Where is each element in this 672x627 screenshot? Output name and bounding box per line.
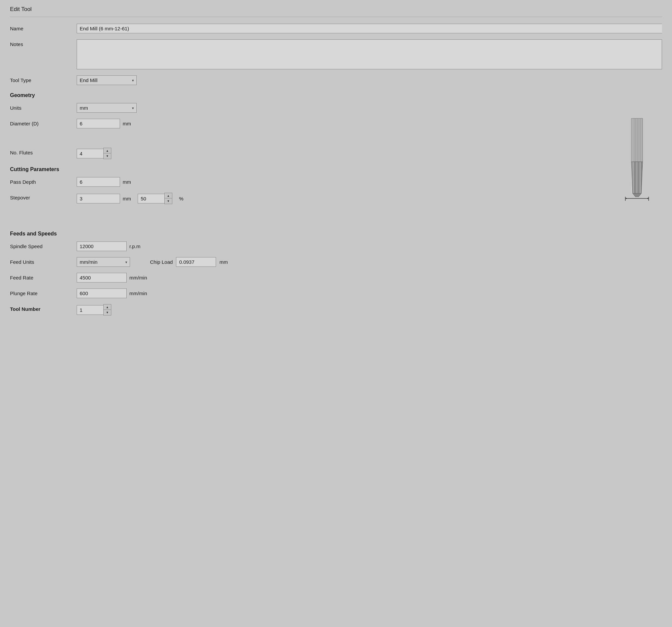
no-flutes-increment-button[interactable]: ▲ [104,148,111,154]
diameter-label: Diameter (D) [10,119,77,126]
tool-preview-container [622,117,652,205]
stepover-mm-unit-label: mm [123,196,131,202]
chip-load-unit-label: mm [219,259,228,265]
tool-number-spinner: ▲ ▼ [77,304,111,316]
spindle-speed-unit-label: r.p.m [129,243,140,249]
tool-preview-svg [622,117,652,204]
tool-number-decrement-button[interactable]: ▼ [104,310,111,315]
name-input[interactable] [77,24,662,33]
svg-marker-12 [633,193,641,197]
page-container: Edit Tool Name Notes Tool Type End Mill … [0,0,672,627]
tool-number-increment-button[interactable]: ▲ [104,304,111,310]
plunge-rate-label: Plunge Rate [10,288,77,296]
feed-rate-unit-label: mm/min [129,275,147,280]
stepover-percent-input[interactable] [138,194,164,204]
units-row: Units mm inch ▾ [10,103,662,113]
svg-rect-8 [631,118,643,162]
form-section: Name Notes Tool Type End Mill Ball Nose … [10,24,662,316]
chip-load-group: Chip Load mm [150,257,228,267]
units-select[interactable]: mm inch [77,103,137,113]
notes-row: Notes [10,39,662,69]
notes-label: Notes [10,39,77,47]
notes-input[interactable] [77,39,662,69]
geometry-section-header: Geometry [10,92,662,98]
spindle-speed-input[interactable] [77,241,127,251]
spindle-speed-label: Spindle Speed [10,241,77,249]
feed-units-label: Feed Units [10,257,77,265]
plunge-rate-input[interactable] [77,288,127,298]
plunge-rate-input-group: mm/min [77,288,147,298]
tool-type-row: Tool Type End Mill Ball Nose V-Bit Engra… [10,75,662,85]
cutting-params-header: Cutting Parameters [10,166,662,172]
plunge-rate-unit-label: mm/min [129,291,147,296]
feed-rate-row: Feed Rate mm/min [10,273,662,282]
stepover-mm-input[interactable] [77,194,120,204]
diameter-unit-label: mm [123,121,131,126]
spindle-speed-row: Spindle Speed r.p.m [10,241,662,251]
feed-rate-label: Feed Rate [10,273,77,280]
tool-number-spinner-buttons: ▲ ▼ [103,304,111,316]
stepover-label: Stepover [10,193,77,201]
feed-units-row: Feed Units mm/min inch/min ▾ Chip Load m… [10,257,662,267]
diameter-input[interactable] [77,119,120,129]
plunge-rate-row: Plunge Rate mm/min [10,288,662,298]
stepover-input-group: mm ▲ ▼ % [77,193,183,204]
feed-rate-input[interactable] [77,273,127,282]
stepover-percent-decrement-button[interactable]: ▼ [165,199,172,204]
units-select-wrapper: mm inch ▾ [77,103,137,113]
stepover-row: Stepover mm ▲ ▼ % [10,193,662,204]
svg-rect-9 [631,118,633,162]
no-flutes-row: No. Flutes ▲ ▼ [10,148,662,159]
name-row: Name [10,24,662,33]
no-flutes-decrement-button[interactable]: ▼ [104,154,111,159]
stepover-mm-group: mm [77,194,131,204]
diameter-input-group: mm [77,119,131,129]
tool-number-row: Tool Number ▲ ▼ [10,304,662,316]
page-title: Edit Tool [10,6,662,17]
no-flutes-input[interactable] [77,149,103,158]
tool-number-label: Tool Number [10,304,77,312]
diameter-row: Diameter (D) mm [10,119,662,129]
tool-type-select-wrapper: End Mill Ball Nose V-Bit Engraving ▾ [77,75,137,85]
chip-load-input[interactable] [176,257,216,267]
stepover-percent-unit-label: % [179,196,183,202]
pass-depth-input-group: mm [77,177,131,187]
pass-depth-unit-label: mm [123,179,131,185]
pass-depth-label: Pass Depth [10,177,77,185]
feed-rate-input-group: mm/min [77,273,147,282]
no-flutes-spinner: ▲ ▼ [77,148,111,159]
feeds-speeds-header: Feeds and Speeds [10,231,662,237]
chip-load-label: Chip Load [150,259,173,265]
feed-units-select[interactable]: mm/min inch/min [77,257,130,267]
name-label: Name [10,24,77,31]
no-flutes-spinner-buttons: ▲ ▼ [103,148,111,159]
stepover-percent-increment-button[interactable]: ▲ [165,193,172,199]
pass-depth-row: Pass Depth mm [10,177,662,187]
tool-type-label: Tool Type [10,75,77,83]
no-flutes-label: No. Flutes [10,148,77,156]
stepover-percent-spinner-buttons: ▲ ▼ [164,193,172,204]
units-label: Units [10,103,77,111]
stepover-percent-spinner: ▲ ▼ [138,193,172,204]
svg-marker-10 [631,162,643,193]
spindle-speed-input-group: r.p.m [77,241,140,251]
feed-units-select-wrapper: mm/min inch/min ▾ [77,257,130,267]
tool-number-input[interactable] [77,305,103,315]
pass-depth-input[interactable] [77,177,120,187]
tool-type-select[interactable]: End Mill Ball Nose V-Bit Engraving [77,75,137,85]
